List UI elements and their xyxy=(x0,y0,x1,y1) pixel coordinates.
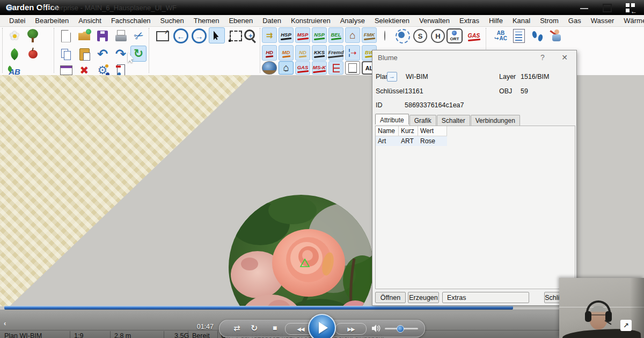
menu-item[interactable]: Selektieren xyxy=(370,17,414,25)
rename-abac-icon[interactable]: AB AC xyxy=(491,28,510,44)
h-scrollbar-thumb[interactable] xyxy=(4,306,513,310)
minimize-button[interactable] xyxy=(579,3,590,12)
zoom-in-icon[interactable]: + xyxy=(243,28,259,44)
print-icon[interactable] xyxy=(113,28,129,44)
menu-item[interactable]: Ansicht xyxy=(74,17,106,25)
obj-label: OBJ xyxy=(499,87,512,95)
menu-item[interactable]: Themen xyxy=(189,17,224,25)
pointer-tool-icon[interactable] xyxy=(209,27,225,43)
volume-icon[interactable] xyxy=(372,325,381,334)
menu-item[interactable]: Verwalten xyxy=(414,17,455,25)
glasses xyxy=(591,314,605,315)
save-icon[interactable] xyxy=(94,28,111,44)
menu-item[interactable]: Kanal xyxy=(508,17,535,25)
marquee-select-icon[interactable] xyxy=(228,28,244,44)
menu-item[interactable]: Bearbeiten xyxy=(30,17,74,25)
daisy-flower-icon[interactable] xyxy=(6,28,23,44)
tree-icon[interactable] xyxy=(25,28,41,44)
layer-value: 1516/BIM xyxy=(521,73,550,80)
undo-icon[interactable] xyxy=(94,46,111,62)
house-arrow-icon[interactable] xyxy=(279,61,294,75)
menu-item[interactable]: Strom xyxy=(535,17,564,25)
cut-icon[interactable] xyxy=(131,28,147,44)
back-icon[interactable]: ← xyxy=(173,28,189,44)
menu-item[interactable]: Gas xyxy=(564,17,586,25)
open-button[interactable]: Öffnen xyxy=(375,292,406,303)
s-circle-icon[interactable]: S xyxy=(412,28,428,44)
menu-item[interactable]: Hilfe xyxy=(484,17,508,25)
menu-item[interactable]: Datei xyxy=(4,17,30,25)
leaf-icon[interactable] xyxy=(6,46,23,62)
copy-icon[interactable] xyxy=(58,46,74,62)
col-name[interactable]: Name xyxy=(376,126,399,136)
fachschalen-row-2: HDMDNDKKSFremdBW xyxy=(262,45,377,61)
open-folder-icon[interactable] xyxy=(76,28,92,44)
dashed-circle-icon[interactable] xyxy=(394,28,411,44)
dialog-help-button[interactable]: ? xyxy=(538,53,547,62)
apple-icon[interactable] xyxy=(25,46,41,62)
mouse-cursor xyxy=(128,52,135,63)
fach-chip[interactable]: GAS xyxy=(295,61,310,75)
col-wert[interactable]: Wert xyxy=(418,126,447,136)
fach-chip[interactable]: HSP xyxy=(279,27,294,43)
extras-button[interactable]: Extras xyxy=(442,292,529,303)
col-kurz[interactable]: Kurz xyxy=(399,126,418,136)
fach-chip[interactable]: KKS xyxy=(312,45,327,61)
menu-item[interactable]: Wärme xyxy=(619,17,644,25)
globe-icon[interactable] xyxy=(262,61,277,75)
list-table-icon[interactable] xyxy=(511,28,527,44)
tab-grafik[interactable]: Grafik xyxy=(409,115,436,126)
attributes-table: Name Kurz Wert Art ART Rose xyxy=(376,126,447,146)
ort-icon[interactable]: ORT xyxy=(447,28,463,43)
globe-tool-icon[interactable] xyxy=(377,28,393,44)
popout-icon[interactable]: ↗ xyxy=(620,320,632,331)
collapse-left-arrow[interactable]: ‹ xyxy=(4,319,6,327)
stop-button[interactable]: ■ xyxy=(273,324,277,332)
fast-forward-button[interactable]: ▶▶ xyxy=(335,323,367,335)
tab-attribute[interactable]: Attribute xyxy=(375,114,409,124)
menu-item[interactable]: Suchen xyxy=(156,17,189,25)
menu-item[interactable]: Ebenen xyxy=(224,17,258,25)
repeat-icon[interactable]: ↻ xyxy=(251,323,258,333)
menu-item[interactable]: Wasser xyxy=(586,17,619,25)
volume-slider-knob[interactable] xyxy=(397,325,404,333)
tab-schalter[interactable]: Schalter xyxy=(437,115,470,126)
tab-verbindungen[interactable]: Verbindungen xyxy=(471,115,520,126)
fach-chip[interactable]: ND xyxy=(295,45,310,61)
create-button[interactable]: Erzeugen xyxy=(408,292,439,303)
menu-item[interactable]: Konstruieren xyxy=(286,17,335,25)
menu-item[interactable]: Analyse xyxy=(335,17,370,25)
play-button[interactable] xyxy=(308,314,336,338)
fach-chip[interactable]: BEL xyxy=(328,27,343,43)
fach-chip[interactable]: FMK xyxy=(362,27,377,43)
fach-chip[interactable]: MS-K xyxy=(312,61,327,75)
fit-view-icon[interactable] xyxy=(155,28,171,44)
menu-item[interactable]: Daten xyxy=(258,17,286,25)
gas-label-icon[interactable]: GAS xyxy=(466,28,482,44)
forward-icon[interactable]: → xyxy=(191,28,207,44)
branch-icon[interactable] xyxy=(328,61,343,75)
fach-chip[interactable]: MSP xyxy=(295,27,310,43)
footprints-icon[interactable] xyxy=(529,28,545,44)
cabinet-icon[interactable] xyxy=(345,61,360,75)
plan-goto-button[interactable]: → xyxy=(387,72,397,82)
measure-icon[interactable] xyxy=(345,45,360,61)
shuffle-icon[interactable]: ⇄ xyxy=(233,324,240,333)
menu-item[interactable]: Extras xyxy=(455,17,484,25)
cleaner-icon[interactable] xyxy=(547,28,564,44)
fach-chip[interactable]: Fremd xyxy=(328,45,343,61)
fach-chip[interactable]: NSP xyxy=(312,27,327,43)
profiles-icon[interactable] xyxy=(262,27,277,43)
new-file-icon[interactable] xyxy=(58,28,74,44)
fach-chip[interactable]: HD xyxy=(262,45,277,61)
redo-icon[interactable] xyxy=(113,46,129,62)
maximize-button[interactable] xyxy=(601,3,613,12)
house-icon[interactable] xyxy=(345,27,360,43)
paste-icon[interactable] xyxy=(76,46,92,62)
dialog-close-button[interactable]: ✕ xyxy=(559,53,570,62)
h-circle-icon[interactable]: H xyxy=(430,28,446,44)
capture-grid-icon[interactable]: ← xyxy=(625,3,641,12)
Art[interactable]: Art ART Rose xyxy=(376,136,447,146)
fach-chip[interactable]: MD xyxy=(279,45,294,61)
menu-item[interactable]: Fachschalen xyxy=(106,17,156,25)
